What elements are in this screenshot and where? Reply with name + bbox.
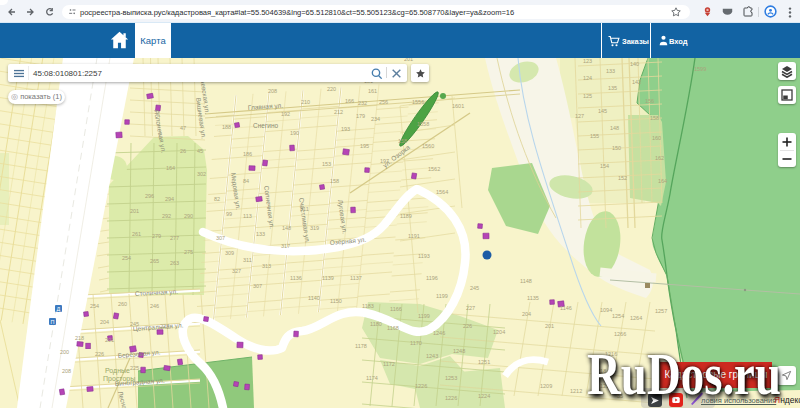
svg-text:145: 145 xyxy=(598,108,607,114)
svg-text:1166: 1166 xyxy=(390,306,402,312)
svg-text:123: 123 xyxy=(583,58,592,64)
svg-text:1257: 1257 xyxy=(655,308,667,314)
svg-text:218: 218 xyxy=(75,335,84,341)
svg-text:26: 26 xyxy=(180,148,186,154)
svg-text:208: 208 xyxy=(268,88,277,94)
svg-text:1191: 1191 xyxy=(408,233,420,239)
svg-text:319: 319 xyxy=(310,225,319,231)
svg-text:1212: 1212 xyxy=(570,388,582,394)
svg-text:226: 226 xyxy=(463,323,472,329)
svg-text:1137: 1137 xyxy=(350,275,362,281)
svg-text:290: 290 xyxy=(184,213,193,219)
svg-text:1204: 1204 xyxy=(493,329,505,335)
svg-text:1266: 1266 xyxy=(614,331,626,337)
svg-text:186: 186 xyxy=(243,151,252,157)
svg-text:82: 82 xyxy=(214,196,220,202)
svg-text:84: 84 xyxy=(243,178,249,184)
svg-text:201: 201 xyxy=(105,337,114,343)
svg-text:1248: 1248 xyxy=(453,348,465,354)
svg-text:1135: 1135 xyxy=(527,295,539,301)
svg-text:201: 201 xyxy=(545,323,554,329)
svg-text:164: 164 xyxy=(166,165,175,171)
svg-text:1148: 1148 xyxy=(520,278,532,284)
svg-text:1209: 1209 xyxy=(540,383,552,389)
svg-text:1558: 1558 xyxy=(417,121,429,127)
svg-text:1199: 1199 xyxy=(418,313,430,319)
svg-text:212: 212 xyxy=(334,109,343,115)
svg-text:302: 302 xyxy=(197,171,206,177)
svg-text:140: 140 xyxy=(630,61,639,67)
svg-text:254: 254 xyxy=(122,255,131,261)
svg-text:204: 204 xyxy=(100,319,109,325)
svg-text:220: 220 xyxy=(327,86,336,92)
svg-text:313: 313 xyxy=(262,263,271,269)
svg-text:148: 148 xyxy=(610,125,619,131)
svg-text:245: 245 xyxy=(470,285,479,291)
svg-text:1243: 1243 xyxy=(426,353,438,359)
svg-text:47: 47 xyxy=(180,125,186,131)
svg-text:133: 133 xyxy=(256,231,265,237)
svg-text:1139: 1139 xyxy=(322,275,334,281)
svg-text:155: 155 xyxy=(590,133,599,139)
svg-text:1150: 1150 xyxy=(330,298,342,304)
svg-text:1180: 1180 xyxy=(370,321,382,327)
svg-text:1136: 1136 xyxy=(290,275,302,281)
svg-text:1168: 1168 xyxy=(387,325,399,331)
svg-text:277: 277 xyxy=(170,235,179,241)
svg-text:307: 307 xyxy=(216,235,225,241)
svg-text:1599: 1599 xyxy=(694,66,706,72)
svg-text:210: 210 xyxy=(301,99,310,105)
svg-text:1264: 1264 xyxy=(630,315,642,321)
svg-text:152: 152 xyxy=(618,175,627,181)
svg-text:1174: 1174 xyxy=(366,375,378,381)
svg-text:133: 133 xyxy=(606,68,615,74)
svg-text:260: 260 xyxy=(118,301,127,307)
svg-text:1199: 1199 xyxy=(436,293,448,299)
svg-text:311: 311 xyxy=(243,257,252,263)
svg-text:125: 125 xyxy=(583,93,592,99)
svg-text:Снегино: Снегино xyxy=(253,122,278,129)
svg-text:254: 254 xyxy=(90,303,99,309)
svg-text:204: 204 xyxy=(522,311,531,317)
svg-text:195: 195 xyxy=(360,143,369,149)
svg-text:1226: 1226 xyxy=(415,383,427,389)
svg-text:161: 161 xyxy=(368,88,377,94)
svg-text:150: 150 xyxy=(612,145,621,151)
svg-text:153: 153 xyxy=(322,161,331,167)
svg-text:160: 160 xyxy=(652,135,661,141)
svg-text:201: 201 xyxy=(404,58,413,62)
svg-text:193: 193 xyxy=(341,126,350,132)
svg-text:158: 158 xyxy=(650,115,659,121)
svg-text:263: 263 xyxy=(170,260,179,266)
svg-text:1556: 1556 xyxy=(412,99,424,105)
svg-text:179: 179 xyxy=(356,113,365,119)
svg-text:261: 261 xyxy=(132,231,141,237)
svg-text:294: 294 xyxy=(165,196,174,202)
svg-text:1193: 1193 xyxy=(418,253,430,259)
svg-text:279: 279 xyxy=(152,233,161,239)
svg-text:1562: 1562 xyxy=(428,166,440,172)
svg-text:1094: 1094 xyxy=(600,307,612,313)
svg-text:148: 148 xyxy=(282,225,291,231)
svg-text:234: 234 xyxy=(371,116,380,122)
svg-text:164: 164 xyxy=(658,178,667,184)
svg-text:1140: 1140 xyxy=(308,295,320,301)
svg-text:113: 113 xyxy=(243,213,252,219)
svg-text:124: 124 xyxy=(583,75,592,81)
svg-text:156: 156 xyxy=(645,98,654,104)
svg-text:1172: 1172 xyxy=(383,361,395,367)
svg-text:188: 188 xyxy=(222,124,231,130)
svg-text:1560: 1560 xyxy=(422,143,434,149)
svg-text:232: 232 xyxy=(358,100,367,106)
svg-text:135: 135 xyxy=(608,85,617,91)
svg-text:292: 292 xyxy=(162,213,171,219)
svg-text:1196: 1196 xyxy=(426,275,438,281)
svg-text:1224: 1224 xyxy=(478,393,490,399)
svg-text:1178: 1178 xyxy=(355,343,367,349)
svg-text:200: 200 xyxy=(60,349,69,355)
svg-text:317: 317 xyxy=(281,243,290,249)
svg-text:296: 296 xyxy=(145,193,154,199)
svg-text:225: 225 xyxy=(130,365,139,371)
svg-text:1189: 1189 xyxy=(400,213,412,219)
svg-text:1601: 1601 xyxy=(452,103,464,109)
